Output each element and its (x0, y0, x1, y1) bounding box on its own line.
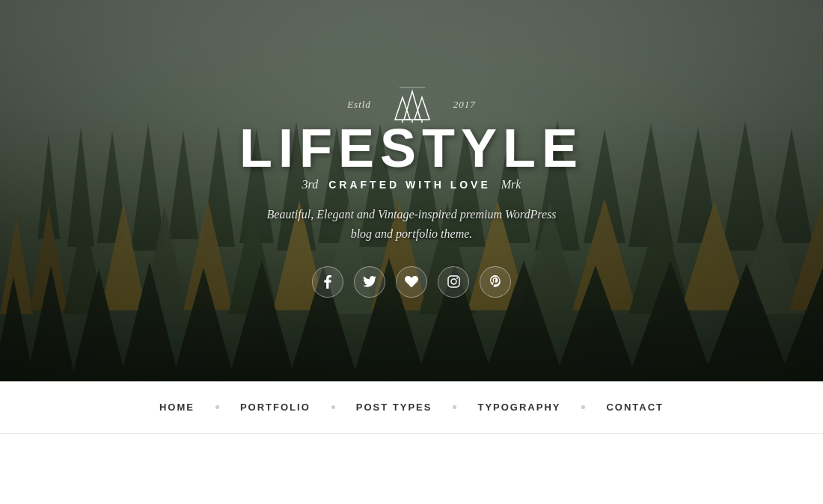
hero-section: Estld 2017 LIFESTYLE (0, 0, 823, 381)
year-label: 2017 (453, 99, 476, 111)
nav-item-post-types[interactable]: POST TYPES (335, 402, 453, 413)
nav-item-portfolio[interactable]: PORTFOLIO (219, 402, 331, 413)
hero-content: Estld 2017 LIFESTYLE (239, 84, 584, 297)
pinterest-icon[interactable] (480, 266, 511, 298)
nav-item-contact[interactable]: CONTACT (585, 402, 685, 413)
nav-item-home[interactable]: HOME (138, 402, 215, 413)
social-icons-row (312, 266, 511, 298)
heart-icon[interactable] (396, 266, 427, 298)
facebook-icon[interactable] (312, 266, 343, 298)
navigation-bar: HOME PORTFOLIO POST TYPES TYPOGRAPHY CON… (0, 381, 823, 434)
script-left: 3rd (302, 178, 319, 191)
hero-description: Beautiful, Elegant and Vintage-inspired … (267, 205, 557, 243)
logo-bottom-row: 3rd CRAFTED WITH LOVE Mrk (302, 178, 521, 191)
estd-label: Estld (347, 99, 371, 111)
instagram-icon[interactable] (438, 266, 469, 298)
script-right: Mrk (501, 178, 521, 191)
svg-point-63 (456, 277, 458, 279)
svg-marker-56 (404, 91, 420, 120)
svg-rect-61 (448, 276, 459, 287)
logo-area: Estld 2017 LIFESTYLE (239, 84, 584, 191)
nav-item-typography[interactable]: TYPOGRAPHY (456, 402, 581, 413)
svg-point-62 (451, 279, 456, 284)
tagline: CRAFTED WITH LOVE (328, 179, 491, 191)
twitter-icon[interactable] (354, 266, 385, 298)
brand-name: LIFESTYLE (239, 121, 584, 175)
